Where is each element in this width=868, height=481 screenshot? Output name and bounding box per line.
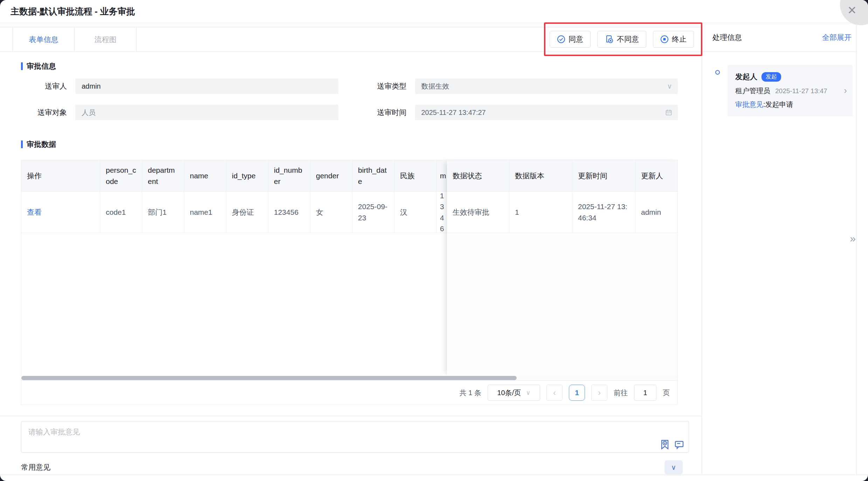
- table-fixed-columns: 数据状态 数据版本 更新时间 更新人 生效待审批 1 2025-11-27 13…: [447, 160, 677, 376]
- cell-person-code: code1: [100, 192, 142, 233]
- send-object-label: 送审对象: [21, 108, 75, 117]
- fixed-data-row: 生效待审批 1 2025-11-27 13:46:34 admin: [447, 192, 677, 233]
- common-opinions-expand-button[interactable]: ∨: [664, 460, 683, 474]
- col-clipped: m: [436, 160, 448, 192]
- scrollbar-thumb[interactable]: [21, 376, 517, 380]
- send-type-select[interactable]: 数据生效 ∨: [415, 78, 678, 94]
- sender-label: 送审人: [21, 81, 75, 91]
- horizontal-scrollbar: [21, 376, 677, 380]
- field-sender: 送审人 admin: [21, 78, 338, 94]
- initiator-user: 租户管理员: [735, 86, 770, 96]
- process-info-panel: 处理信息 全部展开 发起人 发起 租户管理员 2025-11-27 13:47: [702, 23, 857, 475]
- chevron-right-icon: ›: [598, 388, 601, 398]
- page-number-button[interactable]: 1: [569, 385, 585, 401]
- stop-circle-icon: [660, 35, 669, 43]
- chevron-right-icon[interactable]: ›: [844, 85, 847, 96]
- approval-opinion-label: 审批意见: [735, 101, 763, 108]
- collapse-panel-icon[interactable]: »: [850, 233, 856, 244]
- timeline-item-initiator[interactable]: 发起人 发起 租户管理员 2025-11-27 13:47 › 审批意见:发起申…: [728, 65, 853, 116]
- document-x-icon: [605, 35, 614, 44]
- prev-page-button[interactable]: ‹: [546, 385, 563, 401]
- agree-label: 同意: [569, 34, 583, 44]
- agree-button[interactable]: 同意: [550, 31, 591, 48]
- comment-box: [21, 421, 689, 453]
- tab-flow-chart[interactable]: 流程图: [75, 27, 137, 51]
- pagination-bar: 共 1 条 10条/页 ∨ ‹ 1 ›: [21, 380, 677, 405]
- cell-birth-date: 2025-09-23: [352, 192, 394, 233]
- dialog-title: 主数据-默认审批流程 - 业务审批: [11, 6, 135, 17]
- approval-data-section-header: 审批数据: [21, 139, 678, 149]
- send-object-input[interactable]: 人员: [75, 105, 338, 120]
- goto-page-input[interactable]: [634, 385, 656, 401]
- tab-form-info[interactable]: 表单信息: [13, 27, 75, 51]
- main-area: 表单信息 流程图 同意: [0, 23, 702, 475]
- chevron-left-icon: ‹: [553, 388, 556, 398]
- col-department: department: [142, 160, 184, 192]
- chevron-down-icon: ∨: [671, 463, 676, 472]
- page-size-select[interactable]: 10条/页 ∨: [488, 385, 540, 401]
- field-send-type: 送审类型 数据生效 ∨: [361, 78, 678, 94]
- cell-gender: 女: [310, 192, 352, 233]
- form-body: 审批信息 送审人 admin 送审类型 数据生效: [0, 61, 702, 405]
- fixed-header-row: 数据状态 数据版本 更新时间 更新人: [447, 160, 677, 192]
- comment-area: 常用意见 ∨: [0, 416, 702, 475]
- col-data-version: 数据版本: [509, 160, 572, 192]
- annotation-highlight-box: 同意 不同意: [544, 22, 702, 56]
- screen: 主数据-默认审批流程 - 业务审批 × 表单信息 流程图: [0, 0, 868, 481]
- section-marker: [21, 140, 23, 148]
- process-panel-header: 处理信息 全部展开: [702, 23, 856, 52]
- col-update-time: 更新时间: [572, 160, 635, 192]
- field-send-object: 送审对象 人员: [21, 105, 338, 120]
- col-person-code: person_code: [100, 160, 142, 192]
- cell-id-number: 123456: [268, 192, 310, 233]
- col-data-status: 数据状态: [447, 160, 509, 192]
- close-icon: ×: [848, 3, 856, 18]
- comment-textarea[interactable]: [21, 421, 689, 453]
- next-page-button[interactable]: ›: [591, 385, 607, 401]
- table-grid: 操作 person_code department name id_type i…: [21, 160, 677, 380]
- initiate-time: 2025-11-27 13:47: [775, 87, 827, 95]
- approval-data-title: 审批数据: [27, 139, 56, 149]
- col-ethnicity: 民族: [394, 160, 436, 192]
- cell-operation: 查看: [21, 192, 100, 233]
- page-size-value: 10条/页: [497, 388, 521, 398]
- comment-bubble-icon[interactable]: [674, 440, 684, 449]
- page-unit-label: 页: [663, 388, 670, 398]
- reject-button[interactable]: 不同意: [597, 31, 646, 48]
- col-id-type: id_type: [226, 160, 268, 192]
- approval-data-table: 操作 person_code department name id_type i…: [21, 160, 678, 405]
- initiator-comment-row: 审批意见:发起申请: [735, 100, 845, 109]
- cell-data-status: 生效待审批: [447, 192, 509, 233]
- initiate-badge: 发起: [762, 72, 781, 82]
- table-header-row: 操作 person_code department name id_type i…: [21, 160, 448, 192]
- terminate-button[interactable]: 终止: [653, 31, 694, 48]
- table-scroll-columns: 操作 person_code department name id_type i…: [21, 160, 448, 233]
- cell-clipped: 13 46: [436, 192, 448, 233]
- view-link[interactable]: 查看: [27, 207, 42, 218]
- dialog-content: 表单信息 流程图 同意: [0, 23, 868, 475]
- approval-opinion-text: :发起申请: [763, 101, 793, 108]
- common-opinions-row: 常用意见 ∨: [21, 460, 689, 474]
- send-type-label: 送审类型: [361, 81, 415, 91]
- sender-input[interactable]: admin: [75, 78, 338, 94]
- send-object-value: 人员: [82, 108, 96, 117]
- col-updater: 更新人: [635, 160, 677, 192]
- initiator-role: 发起人: [735, 72, 757, 82]
- col-id-number: id_number: [268, 160, 310, 192]
- goto-label: 前往: [614, 388, 628, 398]
- chevron-down-icon: ∨: [667, 78, 672, 94]
- bookmark-star-icon[interactable]: [660, 439, 669, 450]
- approval-info-section-header: 审批信息: [21, 61, 678, 71]
- expand-all-link[interactable]: 全部展开: [822, 33, 852, 42]
- send-time-picker[interactable]: 2025-11-27 13:47:27: [415, 105, 678, 120]
- dialog-titlebar: 主数据-默认审批流程 - 业务审批 ×: [0, 0, 868, 23]
- close-button[interactable]: ×: [840, 0, 868, 25]
- cell-name: name1: [184, 192, 226, 233]
- comment-tools: [660, 439, 684, 450]
- sender-value: admin: [82, 82, 101, 90]
- col-operation: 操作: [21, 160, 100, 192]
- cell-update-time: 2025-11-27 13:46:34: [572, 192, 635, 233]
- cell-department: 部门1: [142, 192, 184, 233]
- col-birth-date: birth_date: [352, 160, 394, 192]
- check-circle-icon: [557, 35, 565, 43]
